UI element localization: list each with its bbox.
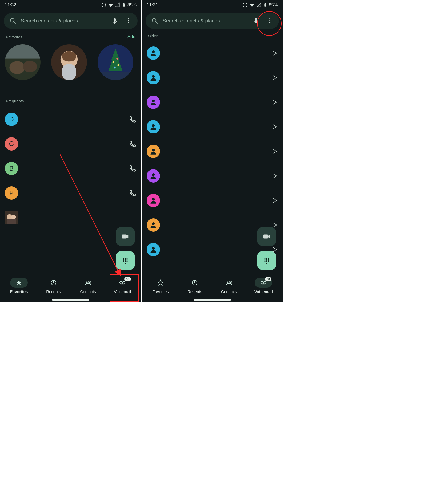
play-icon[interactable]: [272, 148, 278, 154]
contact-avatar: [147, 46, 160, 60]
voicemail-item[interactable]: [147, 41, 278, 65]
frequent-contact[interactable]: B: [5, 156, 137, 181]
nav-voicemail[interactable]: 58 Voicemail: [114, 278, 131, 294]
play-icon[interactable]: [272, 50, 278, 56]
star-icon: [16, 279, 22, 286]
status-battery: 85%: [127, 2, 137, 8]
voicemail-item[interactable]: [147, 188, 278, 213]
video-call-fab[interactable]: [257, 227, 276, 246]
voicemail-item[interactable]: [147, 90, 278, 115]
bottom-nav: Favorites Recents Contacts 58 Voicemail: [142, 273, 283, 302]
play-icon[interactable]: [272, 222, 278, 228]
add-favorite-button[interactable]: Add: [127, 34, 135, 40]
status-time: 11:32: [5, 2, 16, 8]
more-icon[interactable]: [267, 18, 273, 24]
contact-avatar: [5, 211, 18, 224]
nav-favorites[interactable]: Favorites: [152, 278, 169, 294]
contact-avatar: D: [5, 113, 18, 126]
nav-voicemail[interactable]: 58 Voicemail: [254, 278, 273, 294]
frequents-label: Frequents: [6, 99, 24, 103]
frequent-contact[interactable]: D: [5, 107, 137, 132]
contact-avatar: [147, 71, 160, 84]
status-battery: 85%: [269, 2, 278, 8]
voicemail-item[interactable]: [147, 65, 278, 90]
search-icon: [151, 18, 158, 24]
nav-favorites[interactable]: Favorites: [10, 278, 28, 294]
search-bar[interactable]: Search contacts & places: [4, 13, 138, 29]
nav-contacts[interactable]: Contacts: [79, 278, 97, 294]
nav-recents[interactable]: Recents: [45, 278, 62, 294]
status-time: 11:31: [147, 2, 158, 8]
frequents-list: DGBP: [0, 104, 141, 230]
search-bar[interactable]: Search contacts & places: [146, 13, 279, 29]
contact-avatar: [147, 243, 160, 256]
dialpad-fab[interactable]: [116, 251, 135, 270]
play-icon[interactable]: [272, 198, 278, 203]
contacts-icon: [85, 279, 91, 286]
play-icon[interactable]: [272, 173, 278, 179]
status-bar: 11:32 85%: [0, 0, 141, 10]
video-call-fab[interactable]: [116, 227, 135, 246]
wifi-icon: [249, 2, 255, 8]
search-placeholder: Search contacts & places: [163, 18, 248, 24]
contact-avatar: [147, 120, 160, 133]
dnd-icon: [242, 2, 248, 8]
status-bar: 11:31 85%: [142, 0, 283, 10]
contact-avatar: G: [5, 137, 18, 151]
contact-avatar: [147, 218, 160, 232]
more-icon[interactable]: [125, 18, 132, 24]
call-icon[interactable]: [129, 189, 137, 197]
bottom-nav: Favorites Recents Contacts 58 Voicemail: [0, 273, 141, 302]
nav-contacts[interactable]: Contacts: [220, 278, 238, 294]
favorite-contact[interactable]: [51, 44, 87, 80]
wifi-icon: [108, 2, 113, 8]
clock-icon: [50, 279, 57, 286]
frequent-contact[interactable]: P: [5, 181, 137, 205]
favorites-label: Favorites: [6, 35, 22, 39]
home-indicator[interactable]: [194, 299, 231, 301]
clock-icon: [191, 279, 198, 286]
contact-avatar: P: [5, 186, 18, 200]
home-indicator[interactable]: [52, 299, 89, 301]
dnd-icon: [101, 2, 106, 8]
dialpad-fab[interactable]: [257, 251, 276, 270]
search-placeholder: Search contacts & places: [21, 18, 107, 24]
contact-avatar: B: [5, 162, 18, 175]
star-icon: [157, 279, 164, 286]
play-icon[interactable]: [272, 124, 278, 130]
favorite-contact[interactable]: [5, 44, 41, 80]
contact-avatar: [147, 169, 160, 183]
search-icon: [10, 18, 16, 24]
signal-icon: [115, 2, 120, 8]
favorites-header: Favorites Add: [0, 29, 141, 41]
call-icon[interactable]: [129, 116, 137, 123]
contact-avatar: [147, 145, 160, 158]
play-icon[interactable]: [272, 99, 278, 105]
contacts-icon: [226, 279, 232, 286]
battery-icon: [263, 2, 267, 8]
voicemail-badge: 58: [124, 277, 131, 281]
signal-icon: [256, 2, 262, 8]
voicemail-item[interactable]: [147, 164, 278, 188]
frequent-contact[interactable]: [5, 205, 137, 230]
nav-recents[interactable]: Recents: [186, 278, 203, 294]
battery-icon: [122, 2, 126, 8]
call-icon[interactable]: [129, 140, 137, 148]
contact-avatar: [147, 96, 160, 109]
mic-icon[interactable]: [253, 18, 259, 24]
voicemail-item[interactable]: [147, 139, 278, 164]
voicemail-item[interactable]: [147, 115, 278, 139]
favorites-row: [0, 41, 141, 80]
favorite-contact[interactable]: [98, 44, 133, 80]
contact-avatar: [147, 194, 160, 207]
play-icon[interactable]: [272, 75, 278, 81]
call-icon[interactable]: [129, 165, 137, 172]
voicemail-badge: 58: [265, 277, 271, 281]
phone-screen-voicemail: 11:31 85% Search contacts & places Older…: [141, 0, 283, 302]
phone-screen-favorites: 11:32 85% Search contacts & places Favor…: [0, 0, 141, 302]
older-label: Older: [148, 34, 158, 38]
mic-icon[interactable]: [111, 18, 118, 24]
frequent-contact[interactable]: G: [5, 132, 137, 156]
